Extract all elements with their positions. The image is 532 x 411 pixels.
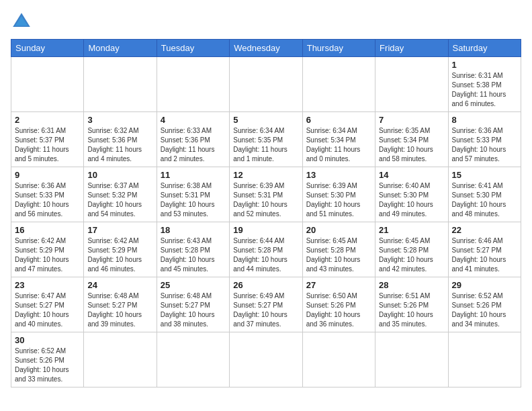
day-info: Sunrise: 6:39 AMSunset: 5:31 PMDaylight:…: [233, 182, 287, 218]
day-number: 8: [452, 115, 517, 125]
day-number: 6: [306, 115, 371, 125]
day-number: 12: [233, 170, 298, 180]
calendar-week-row: 1Sunrise: 6:31 AMSunset: 5:38 PMDaylight…: [11, 57, 521, 112]
day-info: Sunrise: 6:36 AMSunset: 5:33 PMDaylight:…: [452, 127, 506, 163]
empty-cell: [157, 332, 229, 387]
day-number: 3: [87, 115, 152, 125]
day-info: Sunrise: 6:40 AMSunset: 5:30 PMDaylight:…: [379, 182, 433, 218]
day-number: 27: [306, 280, 371, 290]
table-row: 27Sunrise: 6:50 AMSunset: 5:26 PMDayligh…: [302, 277, 375, 332]
day-info: Sunrise: 6:47 AMSunset: 5:27 PMDaylight:…: [15, 292, 69, 328]
table-row: 17Sunrise: 6:42 AMSunset: 5:29 PMDayligh…: [84, 222, 157, 277]
day-number: 17: [87, 225, 152, 235]
day-info: Sunrise: 6:45 AMSunset: 5:28 PMDaylight:…: [379, 237, 433, 273]
day-number: 1: [452, 60, 517, 70]
header: [11, 11, 521, 32]
page: Sunday Monday Tuesday Wednesday Thursday…: [0, 0, 532, 411]
day-info: Sunrise: 6:49 AMSunset: 5:27 PMDaylight:…: [233, 292, 287, 328]
header-monday: Monday: [84, 40, 157, 57]
day-number: 5: [233, 115, 298, 125]
table-row: 26Sunrise: 6:49 AMSunset: 5:27 PMDayligh…: [230, 277, 302, 332]
table-row: 13Sunrise: 6:39 AMSunset: 5:30 PMDayligh…: [302, 167, 375, 222]
day-number: 4: [161, 115, 226, 125]
table-row: 18Sunrise: 6:43 AMSunset: 5:28 PMDayligh…: [157, 222, 229, 277]
logo-icon: [11, 11, 32, 32]
day-info: Sunrise: 6:52 AMSunset: 5:26 PMDaylight:…: [452, 292, 506, 328]
day-number: 23: [15, 280, 80, 290]
day-info: Sunrise: 6:35 AMSunset: 5:34 PMDaylight:…: [379, 127, 433, 163]
header-friday: Friday: [375, 40, 448, 57]
day-number: 16: [15, 225, 80, 235]
empty-cell: [157, 57, 229, 112]
day-info: Sunrise: 6:44 AMSunset: 5:28 PMDaylight:…: [233, 237, 287, 273]
calendar-table: Sunday Monday Tuesday Wednesday Thursday…: [11, 39, 521, 387]
table-row: 10Sunrise: 6:37 AMSunset: 5:32 PMDayligh…: [84, 167, 157, 222]
day-info: Sunrise: 6:38 AMSunset: 5:31 PMDaylight:…: [161, 182, 215, 218]
day-info: Sunrise: 6:36 AMSunset: 5:33 PMDaylight:…: [15, 182, 69, 218]
day-info: Sunrise: 6:34 AMSunset: 5:34 PMDaylight:…: [306, 127, 361, 163]
day-info: Sunrise: 6:32 AMSunset: 5:36 PMDaylight:…: [87, 127, 142, 163]
day-info: Sunrise: 6:41 AMSunset: 5:30 PMDaylight:…: [452, 182, 506, 218]
day-number: 20: [306, 225, 371, 235]
day-number: 9: [15, 170, 80, 180]
empty-cell: [84, 332, 157, 387]
calendar-week-row: 2Sunrise: 6:31 AMSunset: 5:37 PMDaylight…: [11, 112, 521, 167]
table-row: 23Sunrise: 6:47 AMSunset: 5:27 PMDayligh…: [11, 277, 84, 332]
table-row: 25Sunrise: 6:48 AMSunset: 5:27 PMDayligh…: [157, 277, 229, 332]
day-number: 13: [306, 170, 371, 180]
empty-cell: [230, 332, 302, 387]
table-row: 28Sunrise: 6:51 AMSunset: 5:26 PMDayligh…: [375, 277, 448, 332]
day-number: 18: [161, 225, 226, 235]
table-row: 2Sunrise: 6:31 AMSunset: 5:37 PMDaylight…: [11, 112, 84, 167]
table-row: 9Sunrise: 6:36 AMSunset: 5:33 PMDaylight…: [11, 167, 84, 222]
day-info: Sunrise: 6:45 AMSunset: 5:28 PMDaylight:…: [306, 237, 361, 273]
day-number: 22: [452, 225, 517, 235]
day-info: Sunrise: 6:46 AMSunset: 5:27 PMDaylight:…: [452, 237, 506, 273]
table-row: 7Sunrise: 6:35 AMSunset: 5:34 PMDaylight…: [375, 112, 448, 167]
table-row: 6Sunrise: 6:34 AMSunset: 5:34 PMDaylight…: [302, 112, 375, 167]
day-number: 21: [379, 225, 444, 235]
table-row: 3Sunrise: 6:32 AMSunset: 5:36 PMDaylight…: [84, 112, 157, 167]
day-number: 30: [15, 335, 80, 345]
empty-cell: [230, 57, 302, 112]
table-row: 21Sunrise: 6:45 AMSunset: 5:28 PMDayligh…: [375, 222, 448, 277]
day-info: Sunrise: 6:51 AMSunset: 5:26 PMDaylight:…: [379, 292, 433, 328]
day-info: Sunrise: 6:37 AMSunset: 5:32 PMDaylight:…: [87, 182, 142, 218]
table-row: 16Sunrise: 6:42 AMSunset: 5:29 PMDayligh…: [11, 222, 84, 277]
table-row: 12Sunrise: 6:39 AMSunset: 5:31 PMDayligh…: [230, 167, 302, 222]
table-row: 14Sunrise: 6:40 AMSunset: 5:30 PMDayligh…: [375, 167, 448, 222]
empty-cell: [448, 332, 521, 387]
day-info: Sunrise: 6:33 AMSunset: 5:36 PMDaylight:…: [161, 127, 215, 163]
day-number: 28: [379, 280, 444, 290]
table-row: 30Sunrise: 6:52 AMSunset: 5:26 PMDayligh…: [11, 332, 84, 387]
logo: [11, 11, 35, 32]
day-info: Sunrise: 6:50 AMSunset: 5:26 PMDaylight:…: [306, 292, 361, 328]
day-info: Sunrise: 6:48 AMSunset: 5:27 PMDaylight:…: [87, 292, 142, 328]
header-thursday: Thursday: [302, 40, 375, 57]
day-info: Sunrise: 6:42 AMSunset: 5:29 PMDaylight:…: [87, 237, 142, 273]
table-row: 1Sunrise: 6:31 AMSunset: 5:38 PMDaylight…: [448, 57, 521, 112]
header-sunday: Sunday: [11, 40, 84, 57]
day-info: Sunrise: 6:52 AMSunset: 5:26 PMDaylight:…: [15, 347, 69, 383]
day-number: 7: [379, 115, 444, 125]
day-info: Sunrise: 6:43 AMSunset: 5:28 PMDaylight:…: [161, 237, 215, 273]
calendar-week-row: 30Sunrise: 6:52 AMSunset: 5:26 PMDayligh…: [11, 332, 521, 387]
day-number: 26: [233, 280, 298, 290]
day-info: Sunrise: 6:31 AMSunset: 5:38 PMDaylight:…: [452, 72, 506, 107]
day-number: 11: [161, 170, 226, 180]
calendar-week-row: 16Sunrise: 6:42 AMSunset: 5:29 PMDayligh…: [11, 222, 521, 277]
empty-cell: [302, 332, 375, 387]
empty-cell: [375, 57, 448, 112]
day-info: Sunrise: 6:31 AMSunset: 5:37 PMDaylight:…: [15, 127, 69, 163]
day-number: 10: [87, 170, 152, 180]
header-saturday: Saturday: [448, 40, 521, 57]
day-number: 14: [379, 170, 444, 180]
calendar-week-row: 9Sunrise: 6:36 AMSunset: 5:33 PMDaylight…: [11, 167, 521, 222]
empty-cell: [84, 57, 157, 112]
day-number: 19: [233, 225, 298, 235]
header-wednesday: Wednesday: [230, 40, 302, 57]
table-row: 29Sunrise: 6:52 AMSunset: 5:26 PMDayligh…: [448, 277, 521, 332]
empty-cell: [302, 57, 375, 112]
table-row: 8Sunrise: 6:36 AMSunset: 5:33 PMDaylight…: [448, 112, 521, 167]
table-row: 5Sunrise: 6:34 AMSunset: 5:35 PMDaylight…: [230, 112, 302, 167]
